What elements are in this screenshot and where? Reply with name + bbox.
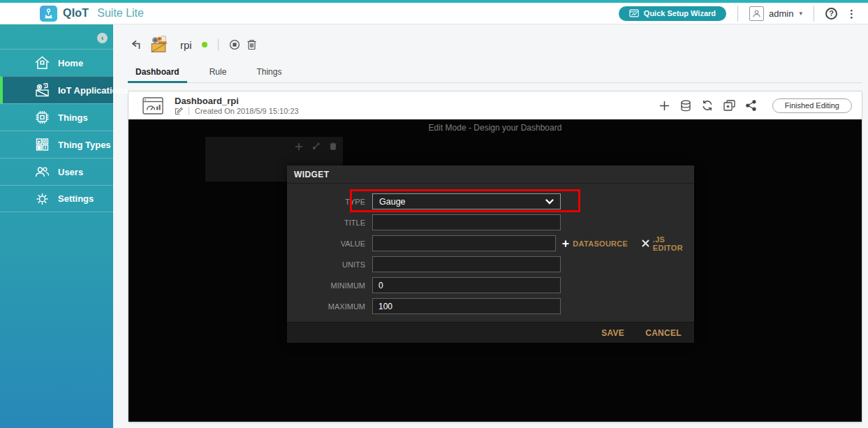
add-widget-icon[interactable] [659, 101, 670, 111]
pane-add-icon[interactable] [295, 142, 302, 150]
topbar: QIoT Suite Lite Quick Setup Wizard admin… [0, 3, 868, 24]
pane-delete-icon[interactable] [330, 142, 337, 150]
chevron-left-icon: ‹ [101, 34, 104, 42]
topbar-divider [814, 6, 814, 22]
cancel-button[interactable]: CANCEL [645, 328, 682, 338]
wizard-icon [629, 9, 639, 17]
tab-rule[interactable]: Rule [202, 62, 235, 82]
dashboard-icon [142, 97, 163, 115]
js-editor-link[interactable]: .JS EDITOR [642, 235, 694, 252]
dashboard-toolbar: Finished Editing [659, 98, 852, 113]
help-icon[interactable]: ? [825, 8, 837, 20]
sidebar-item-label: Thing Types [58, 140, 111, 150]
qiot-logo-icon [40, 6, 57, 22]
maximum-label: MAXIMUM [287, 302, 372, 311]
app-logo: QIoT Suite Lite [40, 6, 144, 22]
form-row-maximum: MAXIMUM [287, 298, 694, 314]
logo-text-light: Suite Lite [97, 7, 144, 20]
tab-dashboard[interactable]: Dashboard [128, 62, 187, 82]
sidebar-item-things[interactable]: Things [0, 103, 113, 131]
units-input[interactable] [372, 256, 561, 272]
sidebar-item-thing-types[interactable]: Thing Types [0, 131, 113, 158]
user-name: admin [769, 8, 793, 19]
sidebar-collapse-button[interactable]: ‹ [97, 33, 108, 43]
sidebar-item-iot-applications[interactable]: IoT Applications [0, 76, 113, 103]
sidebar-item-label: Home [58, 58, 83, 68]
user-menu[interactable]: admin ▾ [749, 6, 802, 21]
sidebar-item-label: Users [58, 167, 83, 177]
status-dot [202, 42, 207, 47]
app-name: rpi [180, 39, 192, 51]
duplicate-dashboard-icon[interactable] [723, 100, 735, 111]
widget-modal: WIDGET TYPE Gauge TITLE [287, 165, 694, 343]
logo-text-bold: QIoT [63, 7, 89, 20]
finished-editing-button[interactable]: Finished Editing [772, 98, 852, 113]
form-row-type: TYPE Gauge [287, 193, 694, 209]
dashboard-panel-header: Dashboard_rpi Created On 2018/5/9 15:10:… [128, 91, 862, 119]
dashboard-canvas: Edit Mode - Design your Dashboard W [128, 119, 862, 422]
sidebar-nav: Home IoT Applications Things [0, 49, 113, 212]
user-avatar-icon [749, 6, 764, 21]
sidebar: ‹ Home IoT Applications [0, 24, 113, 428]
value-input[interactable] [372, 235, 556, 251]
iot-application-icon [148, 34, 170, 55]
chevron-down-icon: ▾ [799, 10, 802, 17]
refresh-icon[interactable] [702, 100, 713, 111]
edit-mode-banner: Edit Mode - Design your Dashboard [128, 123, 862, 133]
dashboard-panel: Dashboard_rpi Created On 2018/5/9 15:10:… [128, 91, 862, 422]
divider [189, 107, 189, 115]
quick-setup-wizard-label: Quick Setup Wizard [644, 9, 716, 17]
maximum-input[interactable] [372, 298, 561, 314]
datasource-icon[interactable] [680, 100, 691, 112]
things-icon [34, 109, 51, 126]
dashboard-title: Dashboard_rpi [175, 96, 299, 106]
share-icon[interactable] [746, 100, 756, 111]
title-label: TITLE [287, 219, 372, 227]
minimum-input[interactable] [372, 277, 561, 293]
users-icon [34, 163, 51, 180]
widget-modal-header: WIDGET [287, 165, 694, 184]
value-label: VALUE [287, 239, 372, 248]
form-row-units: UNITS [287, 256, 694, 272]
title-input[interactable] [372, 214, 561, 230]
home-icon [34, 54, 51, 71]
form-row-value: VALUE DATASOURCE [287, 235, 694, 251]
tab-things[interactable]: Things [249, 62, 289, 82]
add-datasource-link[interactable]: DATASOURCE [562, 239, 628, 248]
form-row-title: TITLE [287, 214, 694, 230]
settings-icon [34, 191, 51, 207]
thing-types-icon [34, 136, 51, 153]
sidebar-item-label: IoT Applications [58, 85, 128, 96]
app-tabs: Dashboard Rule Things [128, 62, 862, 83]
sidebar-item-label: Things [58, 112, 88, 123]
widget-modal-footer: SAVE CANCEL [287, 322, 694, 343]
widget-modal-body: TYPE Gauge TITLE [287, 184, 694, 314]
created-timestamp: Created On 2018/5/9 15:10:23 [195, 107, 299, 115]
form-row-minimum: MINIMUM [287, 277, 694, 293]
topbar-divider [737, 6, 738, 22]
pane-settings-wrench-icon[interactable] [312, 142, 320, 150]
divider [218, 39, 219, 51]
js-editor-icon [642, 239, 649, 247]
main-content: rpi Dashboard Rule Things [113, 32, 868, 422]
units-label: UNITS [287, 260, 372, 269]
stop-icon[interactable] [229, 39, 240, 50]
chevron-down-icon [545, 199, 554, 205]
app-header: rpi [130, 32, 862, 57]
delete-icon[interactable] [247, 39, 257, 50]
sidebar-item-label: Settings [58, 193, 94, 204]
minimum-label: MINIMUM [287, 281, 372, 290]
save-button[interactable]: SAVE [601, 328, 624, 338]
sidebar-item-home[interactable]: Home [0, 49, 113, 76]
back-icon[interactable] [130, 39, 142, 50]
quick-setup-wizard-button[interactable]: Quick Setup Wizard [619, 6, 726, 21]
type-label: TYPE [287, 198, 372, 206]
sidebar-item-users[interactable]: Users [0, 158, 113, 185]
type-select[interactable]: Gauge [372, 193, 561, 209]
sidebar-item-settings[interactable]: Settings [0, 185, 113, 212]
more-menu-icon[interactable]: ⋮ [846, 8, 857, 19]
plus-icon [562, 240, 569, 247]
edit-icon[interactable] [175, 107, 183, 115]
type-select-value: Gauge [379, 197, 545, 207]
widget-modal-title: WIDGET [294, 170, 329, 179]
